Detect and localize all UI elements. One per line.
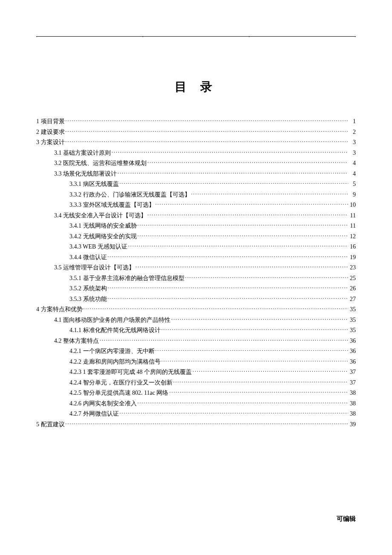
toc-entry-page: 39 [349,419,356,430]
toc-entry-label: 4 方案特点和优势 [36,304,83,315]
toc-entry-label: 3.2 医院无线、运营和运维整体规划 [54,158,147,169]
toc-leader-dots [108,284,349,290]
toc-entry-page: 38 [349,399,356,409]
toc-leader-dots [112,149,348,155]
toc-leader-dots [161,326,349,332]
toc-entry-label: 4.2 整体方案特点 [54,336,99,347]
toc-entry-label: 3.4.2 无线网络安全的实现 [69,231,137,242]
toc-leader-dots [108,295,349,301]
toc-entry[interactable]: 3.1 基础方案设计原则3 [36,148,356,159]
toc-entry-page: 37 [349,367,356,378]
header-decoration: .... [36,33,356,36]
toc-entry-page: 9 [349,190,356,200]
header-line [36,36,356,37]
toc-entry[interactable]: 3.3.1 病区无线覆盖5 [36,179,356,190]
toc-entry[interactable]: 3.4.3 WEB 无感知认证16 [36,242,356,252]
toc-leader-dots [191,191,349,197]
toc-leader-dots [128,243,348,249]
toc-leader-dots [108,253,349,259]
toc-entry-label: 4.2.4 智分单元，在医疗行业又一次创新 [69,378,173,388]
toc-entry[interactable]: 3.4 无线安全准入平台设计【可选】11 [36,211,356,221]
toc-entry[interactable]: 3.4.1 无线网络的安全威胁11 [36,221,356,231]
toc-entry-page: 19 [349,252,356,263]
toc-leader-dots [100,337,348,343]
toc-entry-page: 38 [349,409,356,419]
toc-entry[interactable]: 3.3.2 行政办公、门诊输液区无线覆盖【可选】9 [36,190,356,200]
toc-entry-page: 2 [349,127,356,138]
toc-leader-dots [156,201,349,207]
toc-entry-label: 5 配置建议 [36,419,65,430]
toc-title: 目 录 [36,79,356,95]
toc-entry-page: 4 [349,169,356,179]
toc-entry[interactable]: 3.5.1 基于业界主流标准的融合管理信息模型25 [36,273,356,284]
toc-leader-dots [138,222,349,228]
toc-entry-page: 23 [349,263,356,273]
toc-entry-label: 3.5 运维管理平台设计【可选】 [54,263,135,273]
toc-entry[interactable]: 4.2.6 内网实名制安全准入38 [36,399,356,409]
toc-entry-page: 11 [349,221,356,231]
toc-entry[interactable]: 3.2 医院无线、运营和运维整体规划4 [36,158,356,169]
toc-leader-dots [171,316,348,322]
toc-entry-page: 25 [349,273,356,284]
toc-entry-page: 35 [349,304,356,315]
toc-entry-label: 3.3.1 病区无线覆盖 [69,179,119,190]
toc-entry[interactable]: 4.2.1 一个病区内零漫游、无中断36 [36,346,356,357]
toc-entry-page: 36 [349,346,356,357]
toc-entry[interactable]: 3.3.3 室外区域无线覆盖【可选】10 [36,200,356,211]
toc-leader-dots [66,117,349,123]
toc-entry[interactable]: 1 项目背景1 [36,116,356,127]
toc-entry-label: 2 建设要求 [36,127,65,138]
toc-entry[interactable]: 3.5 运维管理平台设计【可选】23 [36,263,356,273]
toc-entry-page: 26 [349,283,356,294]
toc-entry[interactable]: 3.3 场景化无线部署设计4 [36,169,356,179]
toc-entry-label: 3.1 基础方案设计原则 [54,148,111,159]
toc-entry[interactable]: 4.1.1 标准化配件简化无线网络设计35 [36,325,356,336]
toc-leader-dots [135,263,348,269]
toc-entry-page: 27 [349,294,356,305]
toc-leader-dots [138,232,349,238]
toc-entry-page: 1 [349,116,356,127]
toc-entry[interactable]: 4.1 面向移动医护业务的用户场景的产品特性35 [36,315,356,326]
toc-leader-dots [66,420,349,426]
toc-leader-dots [156,347,349,353]
toc-entry-label: 3.5.2 系统架构 [69,283,107,294]
toc-entry[interactable]: 3 方案设计3 [36,137,356,148]
toc-entry[interactable]: 4.2.7 外网微信认证38 [36,409,356,419]
toc-entry-label: 4.2.2 走廊和房间内部均为满格信号 [69,357,161,367]
toc-leader-dots [185,274,349,280]
toc-leader-dots [161,358,349,364]
toc-entry-label: 3.5.3 系统功能 [69,294,107,305]
toc-entry[interactable]: 4.2.3 1 套零漫游即可完成 48 个房间的无线覆盖37 [36,367,356,378]
toc-leader-dots [147,211,348,217]
toc-entry[interactable]: 3.4.2 无线网络安全的实现12 [36,231,356,242]
toc-entry-label: 4.2.5 智分单元提供高速 802. 11ac 网络 [69,388,168,399]
toc-entry-label: 3.3.3 室外区域无线覆盖【可选】 [69,200,155,211]
toc-entry[interactable]: 4.2 整体方案特点36 [36,336,356,347]
toc-entry[interactable]: 3.5.3 系统功能27 [36,294,356,305]
toc-entry[interactable]: 5 配置建议39 [36,419,356,430]
toc-entry-label: 3 方案设计 [36,137,65,148]
toc-leader-dots [118,170,348,176]
toc-entry-label: 4.1 面向移动医护业务的用户场景的产品特性 [54,315,170,326]
toc-leader-dots [169,389,348,395]
toc-entry[interactable]: 2 建设要求2 [36,127,356,138]
toc-entry-label: 1 项目背景 [36,116,65,127]
toc-entry[interactable]: 4 方案特点和优势35 [36,304,356,315]
toc-entry[interactable]: 4.2.5 智分单元提供高速 802. 11ac 网络38 [36,388,356,399]
toc-entry-page: 4 [349,158,356,169]
toc-leader-dots [120,410,349,416]
toc-entry[interactable]: 3.5.2 系统架构26 [36,283,356,294]
toc-entry-page: 35 [349,315,356,326]
toc-entry-page: 3 [349,137,356,148]
toc-leader-dots [173,379,349,384]
toc-entry[interactable]: 4.2.2 走廊和房间内部均为满格信号36 [36,357,356,367]
toc-entry-label: 3.4.4 微信认证 [69,252,107,263]
toc-entry[interactable]: 3.4.4 微信认证19 [36,252,356,263]
toc-leader-dots [66,128,349,134]
table-of-contents: 1 项目背景12 建设要求23 方案设计33.1 基础方案设计原则33.2 医院… [36,116,356,430]
toc-entry-label: 4.2.3 1 套零漫游即可完成 48 个房间的无线覆盖 [69,367,192,378]
toc-entry[interactable]: 4.2.4 智分单元，在医疗行业又一次创新37 [36,378,356,388]
toc-entry-page: 38 [349,388,356,399]
toc-entry-page: 37 [349,378,356,388]
toc-entry-label: 4.2.1 一个病区内零漫游、无中断 [69,346,155,357]
